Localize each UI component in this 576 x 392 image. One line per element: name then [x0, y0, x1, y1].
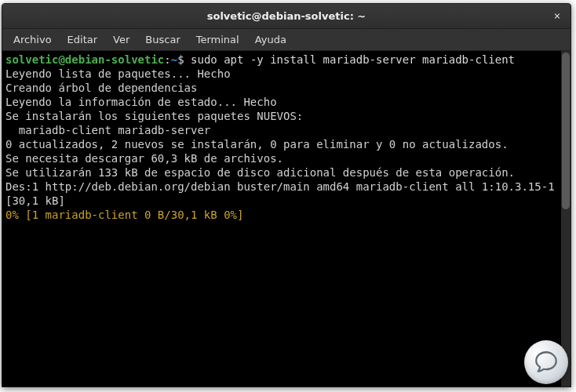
menubar: Archivo Editar Ver Buscar Terminal Ayuda	[2, 29, 571, 51]
menu-edit[interactable]: Editar	[60, 31, 106, 49]
prompt-path: ~	[171, 53, 177, 66]
out-line: Creando árbol de dependencias	[5, 82, 197, 94]
scrollbar-thumb[interactable]	[562, 53, 570, 209]
speech-bubble-icon	[533, 349, 560, 376]
command-text: sudo apt -y install mariadb-server maria…	[191, 53, 515, 66]
prompt-symbol: $	[177, 53, 191, 66]
out-line: 0 actualizados, 2 nuevos se instalarán, …	[5, 138, 509, 151]
menu-search[interactable]: Buscar	[137, 31, 188, 49]
out-line: Leyendo la información de estado... Hech…	[5, 96, 277, 108]
window-title: solvetic@debian-solvetic: ~	[207, 10, 366, 22]
scrollbar[interactable]	[561, 51, 571, 387]
out-line: Des:1 http://deb.debian.org/debian buste…	[5, 180, 561, 207]
close-button[interactable]: ×	[549, 7, 566, 24]
terminal-window: solvetic@debian-solvetic: ~ × Archivo Ed…	[2, 3, 571, 387]
terminal-area: solvetic@debian-solvetic:~$ sudo apt -y …	[2, 51, 571, 387]
prompt-sep: :	[164, 53, 170, 66]
out-line: Leyendo lista de paquetes... Hecho	[5, 67, 231, 80]
menu-file[interactable]: Archivo	[5, 31, 60, 49]
terminal-output[interactable]: solvetic@debian-solvetic:~$ sudo apt -y …	[2, 51, 561, 387]
progress-line: 0% [1 mariadb-client 0 B/30,1 kB 0%]	[5, 209, 243, 221]
menu-view[interactable]: Ver	[105, 31, 137, 49]
menu-terminal[interactable]: Terminal	[188, 31, 247, 49]
out-line: Se utilizarán 133 kB de espacio de disco…	[5, 166, 515, 179]
out-line: Se necesita descargar 60,3 kB de archivo…	[5, 152, 283, 165]
prompt-userhost: solvetic@debian-solvetic	[5, 53, 164, 66]
titlebar[interactable]: solvetic@debian-solvetic: ~ ×	[2, 4, 571, 29]
out-line: Se instalarán los siguientes paquetes NU…	[5, 110, 303, 122]
chat-bubble-button[interactable]	[524, 340, 568, 384]
menu-help[interactable]: Ayuda	[247, 31, 294, 49]
out-line: mariadb-client mariadb-server	[5, 124, 210, 136]
close-icon: ×	[554, 9, 560, 22]
